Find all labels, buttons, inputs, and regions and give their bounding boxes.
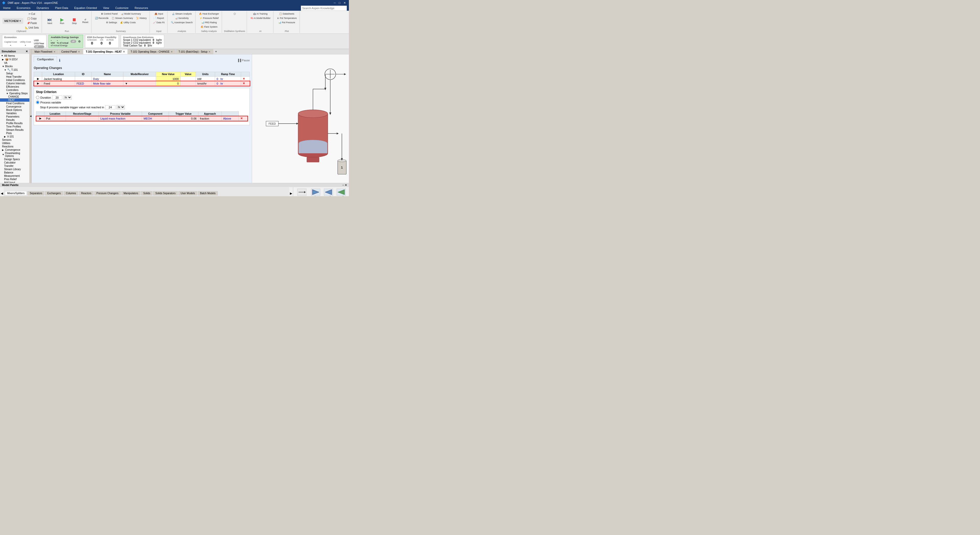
pressure-relief-btn[interactable]: ⚡ Pressure Relief [198, 16, 220, 20]
palette-item-material[interactable]: MATERIAL [295, 188, 309, 196]
row1-expand[interactable]: ▶ [34, 76, 42, 81]
cut-btn[interactable]: ✂Cut [24, 12, 40, 16]
duration-input[interactable] [52, 96, 62, 100]
search-input[interactable] [301, 6, 347, 11]
palette-scroll-right[interactable]: ▶ [289, 187, 293, 196]
pot-temperature-btn[interactable]: 🌡 Pot Temperature [275, 16, 298, 20]
stop-btn[interactable]: ⏹ Stop [68, 14, 80, 28]
srow1-trigger-val[interactable]: 0.06 [169, 116, 198, 121]
sidebar-item-change[interactable]: CHANGE [0, 95, 29, 99]
config-tab-configuration[interactable]: Configuration [34, 56, 57, 62]
input-btn[interactable]: 📥 Input [153, 12, 164, 16]
ribbon-tab-dynamics[interactable]: Dynamics [33, 6, 52, 11]
sidebar-item-convergence[interactable]: Convergence [0, 105, 29, 108]
sidebar-item-setup[interactable]: Setup [0, 72, 29, 75]
history-btn[interactable]: 📜 History [135, 16, 148, 20]
azeotrope-search-btn[interactable]: 🔍 Azeotrope Search [170, 21, 194, 24]
sidebar-close-icon[interactable]: ✕ [25, 50, 28, 53]
sidebar-item-blocks[interactable]: ▼ Blocks [0, 65, 29, 68]
datasheets-btn[interactable]: 📋 Datasheets [278, 12, 296, 16]
palette-tab-batch-models[interactable]: Batch Models [198, 191, 218, 196]
duration-radio[interactable] [36, 96, 39, 99]
row1-delete[interactable]: ✕ [241, 76, 250, 81]
sidebar-item-controllers[interactable]: Controllers [0, 88, 29, 92]
ribbon-tab-home[interactable]: Home [0, 6, 14, 11]
tab-operating-change[interactable]: T-101 Operating Steps - CHANGE ✕ [128, 49, 175, 54]
ai-model-builder-btn[interactable]: 🧠 AI Model Builder [249, 16, 272, 20]
ribbon-tab-resources[interactable]: Resources [132, 6, 151, 11]
sidebar-item-va[interactable]: VA [0, 61, 29, 65]
palette-tab-exchangers[interactable]: Exchangers [45, 191, 63, 196]
maximize-btn[interactable]: □ [338, 1, 342, 5]
copy-btn[interactable]: 📋Copy [24, 16, 40, 21]
run-btn[interactable]: ▶ Run [56, 14, 68, 28]
sidebar-item-stream-library[interactable]: Stream Library [0, 167, 29, 171]
palette-close-icon[interactable]: ✕ [345, 184, 347, 186]
pot-pressure-btn[interactable]: 📊 Pot Pressure [277, 21, 296, 24]
duration-unit-select[interactable]: hr [63, 95, 72, 100]
sidebar-all-items[interactable]: ▼ All Items [0, 54, 29, 57]
palette-tab-columns[interactable]: Columns [64, 191, 78, 196]
palette-tab-reactors[interactable]: Reactors [79, 191, 94, 196]
palette-item-mixer[interactable]: Mixer [310, 188, 321, 196]
sidebar-item-column-internals[interactable]: Column Internals [0, 82, 29, 85]
srow1-expand[interactable]: ▶ [36, 116, 45, 121]
sidebar-item-heat[interactable]: HEAT [0, 99, 29, 102]
sidebar-item-variables[interactable]: Variables [0, 111, 29, 115]
tab-main-flowsheet[interactable]: Main Flowsheet ✕ [32, 49, 58, 54]
sidebar-item-utilities[interactable]: Utilities [0, 142, 29, 145]
tab-add-btn[interactable]: + [213, 49, 218, 54]
sidebar-item-balance[interactable]: Balance [0, 171, 29, 174]
palette-tab-manipulators[interactable]: Manipulators [121, 191, 140, 196]
ai-training-btn[interactable]: 🤖 AI Training [252, 12, 269, 16]
next-btn[interactable]: ⏭ Next [44, 14, 56, 28]
tab-main-flowsheet-close[interactable]: ✕ [53, 50, 56, 53]
data-fit-btn[interactable]: 📈 Data Fit [152, 21, 166, 24]
sidebar-item-operating-steps[interactable]: ▼ Operating Steps [0, 92, 29, 95]
sidebar-collapse-handle[interactable]: ◀ [30, 49, 32, 183]
palette-minimize-icon[interactable]: ─ [342, 184, 344, 186]
sidebar-item-add-input[interactable]: Add Input [0, 181, 29, 183]
ribbon-tab-customize[interactable]: Customize [112, 6, 132, 11]
pause-btn[interactable]: ▐▐ Pause [237, 59, 250, 62]
control-panel-btn[interactable]: 🖥 Control Panel [100, 12, 119, 16]
row1-new-value[interactable]: 1000 [156, 76, 181, 81]
sidebar-item-efficiencies[interactable]: Efficiencies [0, 85, 29, 88]
palette-tab-user-models[interactable]: User Models [178, 191, 197, 196]
sidebar-item-block-options[interactable]: Block Options [0, 108, 29, 111]
palette-item-ssplit[interactable]: SSplit [336, 188, 347, 196]
sidebar-item-sensors[interactable]: Sensors [0, 138, 29, 142]
heat-exchanger-btn[interactable]: 🔥 Heat Exchanger [198, 12, 220, 16]
tab-operating-change-close[interactable]: ✕ [170, 50, 173, 53]
ribbon-tab-equation-oriented[interactable]: Equation Oriented [71, 6, 100, 11]
palette-tab-solids-separators[interactable]: Solids Separators [153, 191, 178, 196]
sidebar-item-v101[interactable]: ▶ V-101 [0, 135, 29, 138]
sidebar-item-calculator[interactable]: Calculator [0, 161, 29, 164]
sidebar-item-pres-relief[interactable]: Pres Relief [0, 178, 29, 181]
sidebar-item-transfer[interactable]: Transfer [0, 164, 29, 167]
trigger-input[interactable] [105, 105, 115, 109]
palette-tab-solids[interactable]: Solids [141, 191, 153, 196]
sidebar-item-profile-results[interactable]: Profile Results [0, 122, 29, 125]
sidebar-item-heat-transfer[interactable]: Heat Transfer [0, 75, 29, 78]
sidebar-item-reactions[interactable]: Reactions [0, 145, 29, 148]
tab-batchsep-setup-close[interactable]: ✕ [208, 50, 210, 53]
sidebar-item-stream-results[interactable]: Stream Results [0, 128, 29, 132]
econ-toggle[interactable]: off [34, 45, 44, 48]
file-label-btn[interactable]: METCHEM ▼ [3, 18, 23, 24]
prd-rating-btn[interactable]: 📊 PRD Rating [200, 21, 218, 24]
ribbon-tab-plant-data[interactable]: Plant Data [52, 6, 71, 11]
sidebar-item-convergence2[interactable]: ▶ Convergence [0, 148, 29, 151]
sidebar-item-time-profiles[interactable]: Time Profiles [0, 125, 29, 128]
stream-analysis-btn[interactable]: 🔬 Stream Analysis [170, 12, 193, 16]
ribbon-tab-economics[interactable]: Economics [14, 6, 33, 11]
reset-btn[interactable]: ↺ Reset [81, 18, 90, 24]
palette-tab-separators[interactable]: Separators [27, 191, 45, 196]
row2-mode[interactable]: ▼ [123, 81, 156, 86]
flare-system-btn[interactable]: 🔥 Flare System [199, 25, 219, 29]
utility-costs-btn[interactable]: 💰 Utility Costs [119, 21, 137, 24]
sidebar-item-design-specs[interactable]: Design Specs [0, 158, 29, 161]
sidebar-item-measurement[interactable]: Measurement [0, 174, 29, 178]
file-label-dropdown[interactable]: ▼ [19, 20, 21, 22]
close-btn[interactable]: ✕ [342, 1, 347, 5]
